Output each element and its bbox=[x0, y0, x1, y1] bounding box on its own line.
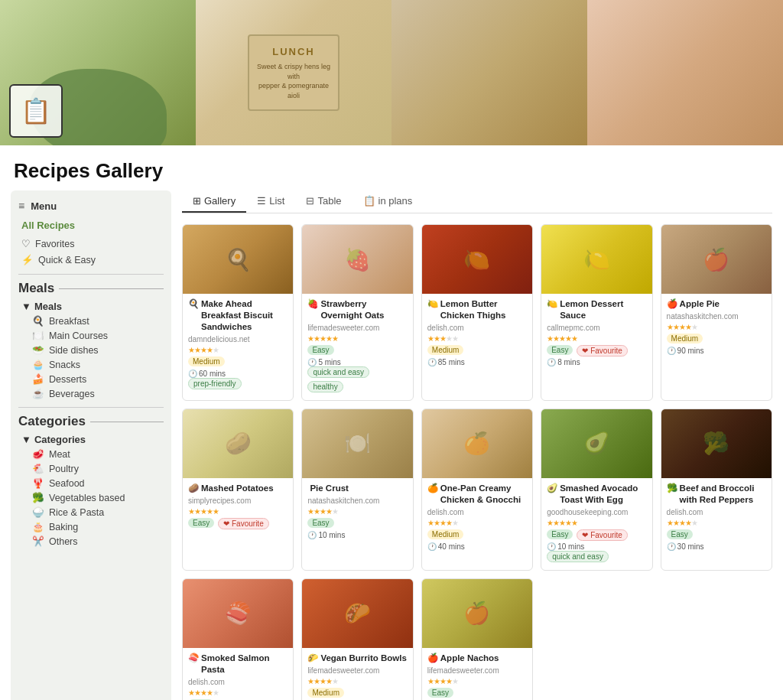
recipe-emoji: 🍎 bbox=[667, 298, 677, 310]
recipe-emoji: 🍊 bbox=[427, 483, 438, 494]
recipe-badges: Medium bbox=[307, 688, 407, 699]
sidebar-meal-beverages[interactable]: ☕Beverages bbox=[18, 386, 164, 401]
section-line-2 bbox=[90, 422, 164, 422]
recipe-card-6[interactable]: 🍽️ Pie Crust natashaskitchen.com ★★★★★ E… bbox=[301, 409, 413, 571]
view-tabs: ⊞Gallery☰List⊟Table📋in plans bbox=[182, 190, 772, 213]
recipe-grid: 🍳 🍳 Make Ahead Breakfast Biscuit Sandwic… bbox=[182, 224, 772, 700]
recipe-card-8[interactable]: 🥑 🥑 Smashed Avocado Toast With Egg goodh… bbox=[541, 409, 652, 571]
recipe-stars: ★★★★★ bbox=[667, 519, 766, 527]
sidebar-meal-breakfast[interactable]: 🍳Breakfast bbox=[18, 314, 164, 328]
recipe-card-9[interactable]: 🥦 🥦 Beef and Broccoli with Red Peppers d… bbox=[661, 409, 772, 571]
difficulty-badge: Medium bbox=[188, 357, 225, 366]
recipe-card-body: 🍓 Strawberry Overnight Oats lifemadeswee… bbox=[302, 294, 412, 400]
sidebar-all-recipes[interactable]: All Recipes bbox=[18, 218, 164, 233]
recipe-stars: ★★★★★ bbox=[427, 677, 527, 685]
tag-badge: quick and easy bbox=[307, 366, 369, 378]
time-badge: 🕐60 mins bbox=[188, 370, 288, 378]
recipe-card-body: 🥑 Smashed Avocado Toast With Egg goodhou… bbox=[541, 478, 651, 570]
time-badge: 🕐30 mins bbox=[667, 542, 766, 551]
recipe-title: 🍣 Smoked Salmon Pasta bbox=[188, 653, 288, 676]
recipe-card-body: 🍎 Apple Pie natashaskitchen.com ★★★★★ Me… bbox=[661, 294, 772, 361]
recipe-card-0[interactable]: 🍳 🍳 Make Ahead Breakfast Biscuit Sandwic… bbox=[182, 224, 294, 401]
meal-icon: 🍰 bbox=[32, 373, 44, 385]
recipe-emoji: 🥑 bbox=[547, 483, 557, 494]
tab-inplans[interactable]: 📋in plans bbox=[353, 190, 424, 213]
recipe-card-7[interactable]: 🍊 🍊 One-Pan Creamy Chicken & Gnocchi del… bbox=[421, 409, 533, 571]
time-badge: 🕐10 mins bbox=[547, 542, 646, 551]
recipe-card-3[interactable]: 🍋 🍋 Lemon Dessert Sauce callmepmc.com ★★… bbox=[541, 224, 652, 401]
tab-icon: ☰ bbox=[257, 195, 266, 207]
recipe-badges: Medium bbox=[667, 334, 766, 345]
heart-icon: ♡ bbox=[21, 238, 31, 249]
recipe-title: 🍳 Make Ahead Breakfast Biscuit Sandwiche… bbox=[188, 298, 288, 333]
recipe-image: 🍋 bbox=[541, 225, 651, 294]
recipe-stars: ★★★★★ bbox=[307, 334, 407, 343]
difficulty-badge: Easy bbox=[307, 345, 333, 355]
recipe-stars: ★★★★★ bbox=[667, 323, 766, 331]
difficulty-badge: Easy bbox=[427, 688, 453, 698]
difficulty-badge: Medium bbox=[427, 345, 464, 355]
recipe-card-2[interactable]: 🍋 🍋 Lemon Butter Chicken Thighs delish.c… bbox=[421, 224, 533, 401]
category-icon: 🐔 bbox=[32, 463, 44, 474]
sidebar-meal-desserts[interactable]: 🍰Desserts bbox=[18, 372, 164, 386]
recipe-emoji: 🍓 bbox=[307, 298, 318, 310]
recipe-card-body: 🍊 One-Pan Creamy Chicken & Gnocchi delis… bbox=[422, 478, 532, 557]
favourite-badge: ❤ Favourite bbox=[577, 529, 627, 541]
sidebar-meal-snacks[interactable]: 🧁Snacks bbox=[18, 357, 164, 372]
sidebar-cat-meat[interactable]: 🥩Meat bbox=[18, 447, 164, 461]
recipe-title: 🍋 Lemon Dessert Sauce bbox=[547, 298, 646, 321]
sidebar-cat-poultry[interactable]: 🐔Poultry bbox=[18, 461, 164, 476]
meals-section-title: Meals bbox=[18, 281, 164, 296]
recipe-emoji: 🍳 bbox=[188, 298, 199, 310]
meals-group-header[interactable]: ▼ Meals bbox=[18, 299, 164, 314]
recipe-title: 🍎 Apple Pie bbox=[667, 298, 766, 310]
tab-list[interactable]: ☰List bbox=[246, 190, 295, 213]
sidebar-quick-easy[interactable]: ⚡ Quick & Easy bbox=[18, 252, 164, 268]
recipe-emoji: 🍎 bbox=[427, 653, 438, 664]
meal-icon: 🍳 bbox=[32, 315, 44, 327]
categories-group-header[interactable]: ▼ Categories bbox=[18, 432, 164, 447]
difficulty-badge: Easy bbox=[188, 518, 214, 528]
recipe-card-4[interactable]: 🍎 🍎 Apple Pie natashaskitchen.com ★★★★★ … bbox=[661, 224, 772, 401]
sidebar-divider-1 bbox=[18, 274, 164, 275]
sidebar-menu-label: Menu bbox=[31, 200, 57, 212]
meal-icon: ☕ bbox=[32, 388, 44, 399]
recipe-emoji: 🥦 bbox=[667, 483, 677, 494]
time-badge: 🕐10 mins bbox=[307, 531, 407, 539]
menu-icon: ≡ bbox=[18, 200, 24, 212]
app-logo: 📋 bbox=[9, 84, 63, 138]
recipe-card-10[interactable]: 🍣 🍣 Smoked Salmon Pasta delish.com ★★★★★… bbox=[182, 578, 294, 700]
sidebar-favorites[interactable]: ♡ Favorites bbox=[18, 236, 164, 252]
tab-gallery[interactable]: ⊞Gallery bbox=[182, 190, 246, 213]
recipe-card-5[interactable]: 🥔 🥔 Mashed Potatoes simplyrecipes.com ★★… bbox=[182, 409, 294, 571]
recipe-image: 🍎 bbox=[422, 579, 532, 648]
recipe-card-1[interactable]: 🍓 🍓 Strawberry Overnight Oats lifemadesw… bbox=[301, 224, 413, 401]
sidebar-meal-side-dishes[interactable]: 🥗Side dishes bbox=[18, 343, 164, 357]
tab-table[interactable]: ⊟Table bbox=[295, 190, 352, 213]
sidebar-cat-others[interactable]: ✂️Others bbox=[18, 534, 164, 549]
sidebar-cat-baking[interactable]: 🎂Baking bbox=[18, 519, 164, 534]
meal-items-list: 🍳Breakfast🍽️Main Courses🥗Side dishes🧁Sna… bbox=[18, 314, 164, 401]
recipe-stars: ★★★★★ bbox=[547, 519, 646, 527]
recipe-image: 🥦 bbox=[661, 409, 772, 478]
recipe-card-12[interactable]: 🍎 🍎 Apple Nachos lifemadesweeter.com ★★★… bbox=[421, 578, 533, 700]
recipe-source: goodhousekeeping.com bbox=[547, 508, 646, 516]
sidebar-cat-seafood[interactable]: 🦞Seafood bbox=[18, 476, 164, 490]
recipe-source: callmepmc.com bbox=[547, 324, 646, 332]
sidebar-meal-main-courses[interactable]: 🍽️Main Courses bbox=[18, 328, 164, 343]
recipe-emoji: 🌮 bbox=[307, 653, 318, 664]
sidebar: ≡ Menu All Recipes ♡ Favorites ⚡ Quick &… bbox=[11, 190, 171, 700]
sidebar-cat-rice-&-pasta[interactable]: 🍚Rice & Pasta bbox=[18, 505, 164, 519]
recipe-card-11[interactable]: 🌮 🌮 Vegan Burrito Bowls lifemadesweeter.… bbox=[301, 578, 413, 700]
meal-icon: 🧁 bbox=[32, 359, 44, 370]
sidebar-cat-vegetables-based[interactable]: 🥦Vegetables based bbox=[18, 490, 164, 505]
recipe-badges: Medium bbox=[427, 529, 527, 541]
recipe-badges: Medium bbox=[427, 345, 527, 357]
category-icon: 🥦 bbox=[32, 492, 44, 503]
tab-icon: ⊞ bbox=[193, 195, 201, 207]
recipe-stars: ★★★★★ bbox=[547, 334, 646, 343]
category-items-list: 🥩Meat🐔Poultry🦞Seafood🥦Vegetables based🍚R… bbox=[18, 447, 164, 549]
recipe-stars: ★★★★★ bbox=[188, 346, 288, 354]
hero-col-3 bbox=[392, 0, 587, 145]
hero-col-2: LUNCH Sweet & crispy hens leg with peppe… bbox=[196, 0, 392, 145]
